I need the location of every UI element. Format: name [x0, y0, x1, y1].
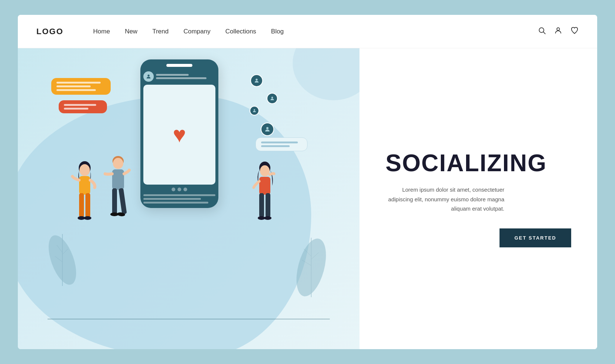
nav-item-trend[interactable]: Trend: [152, 28, 169, 35]
nav-icons: [538, 26, 579, 36]
svg-point-38: [264, 216, 271, 220]
svg-rect-35: [259, 193, 264, 217]
illustration-area: ♥: [18, 48, 359, 349]
logo: LOGO: [36, 27, 64, 36]
svg-point-2: [557, 28, 559, 30]
svg-rect-28: [112, 188, 117, 214]
user-button[interactable]: [554, 26, 562, 36]
nav-item-home[interactable]: Home: [93, 28, 110, 35]
nav-item-blog[interactable]: Blog: [271, 28, 284, 35]
svg-rect-27: [112, 169, 124, 190]
person-man: [105, 156, 129, 217]
svg-line-1: [543, 32, 545, 34]
nav-item-collections[interactable]: Collections: [225, 28, 256, 35]
header: LOGO Home New Trend Company Collections …: [18, 15, 597, 48]
main-content: ♥: [18, 48, 597, 349]
svg-point-26: [113, 158, 123, 169]
svg-rect-34: [259, 177, 270, 195]
nav-item-new[interactable]: New: [125, 28, 137, 35]
nav: Home New Trend Company Collections Blog: [93, 28, 538, 35]
hero-description: Lorem ipsum dolor sit amet, consectetuer…: [385, 185, 504, 214]
svg-point-24: [84, 216, 91, 220]
person-woman-left: [72, 161, 95, 220]
person-woman-right: [254, 162, 274, 220]
svg-rect-20: [79, 176, 90, 195]
svg-rect-29: [118, 188, 127, 214]
svg-rect-22: [85, 193, 90, 217]
leaf-right-group: [291, 235, 331, 300]
svg-point-33: [260, 165, 270, 176]
svg-rect-21: [79, 193, 84, 217]
leaf-left-group: [43, 232, 82, 288]
nav-item-company[interactable]: Company: [183, 28, 211, 35]
search-button[interactable]: [538, 26, 546, 36]
wishlist-button[interactable]: [570, 26, 579, 36]
page-frame: LOGO Home New Trend Company Collections …: [18, 15, 597, 349]
svg-point-19: [79, 164, 90, 176]
main-heading: SOCIALIZING: [385, 150, 571, 176]
svg-rect-36: [266, 193, 270, 217]
cta-button[interactable]: GET STARTED: [500, 228, 571, 247]
right-content: SOCIALIZING Lorem ipsum dolor sit amet, …: [359, 48, 597, 349]
people-illustration: [18, 48, 359, 349]
